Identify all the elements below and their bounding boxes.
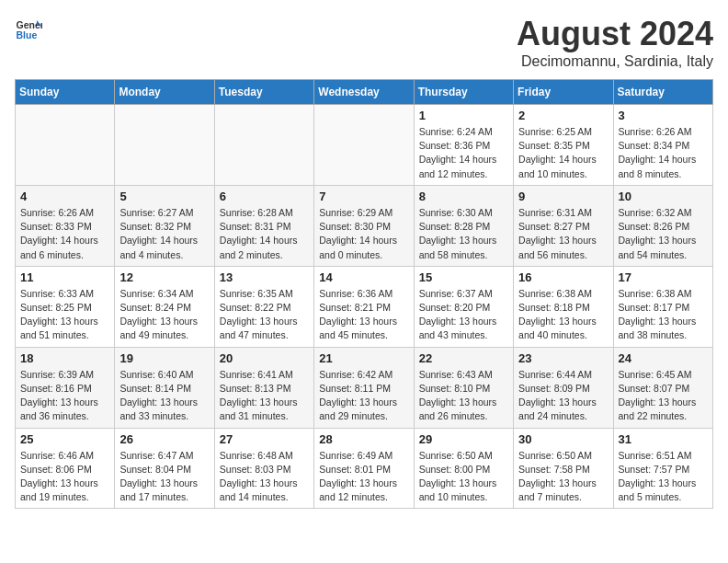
calendar-cell: 10Sunrise: 6:32 AM Sunset: 8:26 PM Dayli…: [613, 185, 712, 266]
day-info: Sunrise: 6:42 AM Sunset: 8:11 PM Dayligh…: [319, 368, 408, 424]
calendar-cell: 22Sunrise: 6:43 AM Sunset: 8:10 PM Dayli…: [414, 347, 513, 428]
day-info: Sunrise: 6:46 AM Sunset: 8:06 PM Dayligh…: [20, 449, 109, 505]
day-number: 10: [619, 190, 708, 203]
day-number: 30: [518, 432, 608, 446]
day-info: Sunrise: 6:43 AM Sunset: 8:10 PM Dayligh…: [419, 368, 508, 424]
day-number: 9: [518, 190, 608, 203]
day-number: 2: [518, 109, 608, 122]
day-info: Sunrise: 6:38 AM Sunset: 8:18 PM Dayligh…: [518, 287, 608, 343]
day-number: 28: [319, 432, 408, 446]
day-number: 17: [619, 270, 708, 284]
day-info: Sunrise: 6:48 AM Sunset: 8:03 PM Dayligh…: [220, 449, 309, 505]
logo-icon: General Blue: [15, 15, 42, 42]
calendar-cell: [115, 105, 214, 186]
logo: General Blue: [15, 15, 42, 42]
day-number: 24: [619, 351, 708, 365]
day-info: Sunrise: 6:39 AM Sunset: 8:16 PM Dayligh…: [20, 368, 109, 424]
calendar-cell: 17Sunrise: 6:38 AM Sunset: 8:17 PM Dayli…: [613, 266, 712, 347]
day-info: Sunrise: 6:51 AM Sunset: 7:57 PM Dayligh…: [619, 449, 708, 505]
calendar-cell: 31Sunrise: 6:51 AM Sunset: 7:57 PM Dayli…: [613, 428, 712, 509]
col-header-friday: Friday: [514, 80, 613, 105]
day-info: Sunrise: 6:27 AM Sunset: 8:32 PM Dayligh…: [119, 206, 209, 262]
calendar-cell: 15Sunrise: 6:37 AM Sunset: 8:20 PM Dayli…: [414, 266, 513, 347]
day-number: 4: [20, 190, 109, 203]
day-info: Sunrise: 6:35 AM Sunset: 8:22 PM Dayligh…: [220, 287, 309, 343]
day-number: 21: [319, 351, 408, 365]
calendar-cell: 2Sunrise: 6:25 AM Sunset: 8:35 PM Daylig…: [514, 105, 613, 186]
calendar-cell: 25Sunrise: 6:46 AM Sunset: 8:06 PM Dayli…: [16, 428, 115, 509]
calendar-cell: 19Sunrise: 6:40 AM Sunset: 8:14 PM Dayli…: [115, 347, 214, 428]
day-info: Sunrise: 6:26 AM Sunset: 8:33 PM Dayligh…: [20, 206, 109, 262]
day-number: 26: [119, 432, 209, 446]
header: General Blue August 2024 Decimomannu, Sa…: [15, 15, 713, 70]
col-header-thursday: Thursday: [414, 80, 513, 105]
week-row-2: 4Sunrise: 6:26 AM Sunset: 8:33 PM Daylig…: [16, 185, 713, 266]
calendar-cell: 5Sunrise: 6:27 AM Sunset: 8:32 PM Daylig…: [115, 185, 214, 266]
day-info: Sunrise: 6:41 AM Sunset: 8:13 PM Dayligh…: [220, 368, 309, 424]
col-header-tuesday: Tuesday: [214, 80, 313, 105]
col-header-wednesday: Wednesday: [314, 80, 414, 105]
day-number: 1: [419, 109, 508, 122]
calendar-cell: 29Sunrise: 6:50 AM Sunset: 8:00 PM Dayli…: [414, 428, 513, 509]
day-info: Sunrise: 6:31 AM Sunset: 8:27 PM Dayligh…: [518, 206, 608, 262]
day-number: 18: [20, 351, 109, 365]
day-number: 7: [319, 190, 408, 203]
day-info: Sunrise: 6:38 AM Sunset: 8:17 PM Dayligh…: [619, 287, 708, 343]
day-info: Sunrise: 6:36 AM Sunset: 8:21 PM Dayligh…: [319, 287, 408, 343]
calendar-table: SundayMondayTuesdayWednesdayThursdayFrid…: [15, 79, 713, 509]
week-row-5: 25Sunrise: 6:46 AM Sunset: 8:06 PM Dayli…: [16, 428, 713, 509]
week-row-3: 11Sunrise: 6:33 AM Sunset: 8:25 PM Dayli…: [16, 266, 713, 347]
day-number: 3: [619, 109, 708, 122]
calendar-cell: [314, 105, 414, 186]
calendar-cell: 12Sunrise: 6:34 AM Sunset: 8:24 PM Dayli…: [115, 266, 214, 347]
calendar-cell: 1Sunrise: 6:24 AM Sunset: 8:36 PM Daylig…: [414, 105, 513, 186]
calendar-cell: 16Sunrise: 6:38 AM Sunset: 8:18 PM Dayli…: [514, 266, 613, 347]
calendar-cell: 3Sunrise: 6:26 AM Sunset: 8:34 PM Daylig…: [613, 105, 712, 186]
calendar-cell: 20Sunrise: 6:41 AM Sunset: 8:13 PM Dayli…: [214, 347, 313, 428]
calendar-cell: 28Sunrise: 6:49 AM Sunset: 8:01 PM Dayli…: [314, 428, 414, 509]
day-number: 27: [220, 432, 309, 446]
day-number: 6: [220, 190, 309, 203]
calendar-cell: [16, 105, 115, 186]
day-info: Sunrise: 6:28 AM Sunset: 8:31 PM Dayligh…: [220, 206, 309, 262]
title-area: August 2024 Decimomannu, Sardinia, Italy: [517, 15, 713, 70]
calendar-cell: 27Sunrise: 6:48 AM Sunset: 8:03 PM Dayli…: [214, 428, 313, 509]
day-number: 25: [20, 432, 109, 446]
calendar-cell: 8Sunrise: 6:30 AM Sunset: 8:28 PM Daylig…: [414, 185, 513, 266]
main-title: August 2024: [517, 15, 713, 53]
day-info: Sunrise: 6:49 AM Sunset: 8:01 PM Dayligh…: [319, 449, 408, 505]
day-info: Sunrise: 6:44 AM Sunset: 8:09 PM Dayligh…: [518, 368, 608, 424]
day-number: 8: [419, 190, 508, 203]
calendar-cell: 13Sunrise: 6:35 AM Sunset: 8:22 PM Dayli…: [214, 266, 313, 347]
day-info: Sunrise: 6:29 AM Sunset: 8:30 PM Dayligh…: [319, 206, 408, 262]
day-number: 15: [419, 270, 508, 284]
day-info: Sunrise: 6:47 AM Sunset: 8:04 PM Dayligh…: [119, 449, 209, 505]
svg-text:Blue: Blue: [17, 29, 38, 40]
day-number: 11: [20, 270, 109, 284]
col-header-sunday: Sunday: [16, 80, 115, 105]
day-number: 29: [419, 432, 508, 446]
header-row: SundayMondayTuesdayWednesdayThursdayFrid…: [16, 80, 713, 105]
calendar-cell: 30Sunrise: 6:50 AM Sunset: 7:58 PM Dayli…: [514, 428, 613, 509]
day-info: Sunrise: 6:30 AM Sunset: 8:28 PM Dayligh…: [419, 206, 508, 262]
day-number: 22: [419, 351, 508, 365]
day-info: Sunrise: 6:50 AM Sunset: 7:58 PM Dayligh…: [518, 449, 608, 505]
day-number: 14: [319, 270, 408, 284]
day-info: Sunrise: 6:33 AM Sunset: 8:25 PM Dayligh…: [20, 287, 109, 343]
day-info: Sunrise: 6:25 AM Sunset: 8:35 PM Dayligh…: [518, 125, 608, 181]
day-info: Sunrise: 6:37 AM Sunset: 8:20 PM Dayligh…: [419, 287, 508, 343]
calendar-cell: 24Sunrise: 6:45 AM Sunset: 8:07 PM Dayli…: [613, 347, 712, 428]
day-info: Sunrise: 6:50 AM Sunset: 8:00 PM Dayligh…: [419, 449, 508, 505]
col-header-saturday: Saturday: [613, 80, 712, 105]
calendar-cell: 26Sunrise: 6:47 AM Sunset: 8:04 PM Dayli…: [115, 428, 214, 509]
day-number: 20: [220, 351, 309, 365]
day-number: 16: [518, 270, 608, 284]
subtitle: Decimomannu, Sardinia, Italy: [517, 53, 713, 70]
day-number: 12: [119, 270, 209, 284]
calendar-cell: 6Sunrise: 6:28 AM Sunset: 8:31 PM Daylig…: [214, 185, 313, 266]
week-row-1: 1Sunrise: 6:24 AM Sunset: 8:36 PM Daylig…: [16, 105, 713, 186]
day-info: Sunrise: 6:34 AM Sunset: 8:24 PM Dayligh…: [119, 287, 209, 343]
day-number: 13: [220, 270, 309, 284]
calendar-cell: 4Sunrise: 6:26 AM Sunset: 8:33 PM Daylig…: [16, 185, 115, 266]
day-info: Sunrise: 6:26 AM Sunset: 8:34 PM Dayligh…: [619, 125, 708, 181]
